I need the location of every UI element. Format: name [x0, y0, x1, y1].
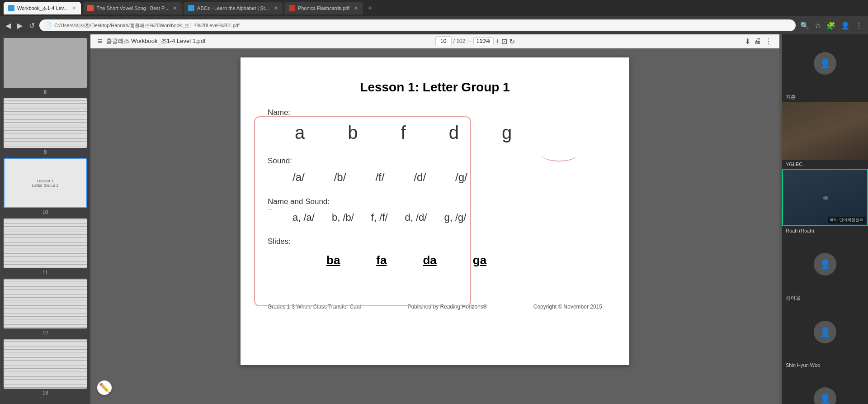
- slide-fa: fa: [376, 253, 387, 267]
- video-panel: 👤 지훈 YGLEC 📹 국제 언어체험센터 Roah (R: [782, 34, 868, 404]
- lesson-title: Lesson 1: Letter Group 1: [268, 80, 602, 95]
- roah-watermark: 국제 언어체험센터: [828, 217, 865, 223]
- address-bar-row: ◀ ▶ ↺ 📄 C:/Users/이재환/Desktop/Hannah/홈클래스…: [0, 16, 868, 34]
- thumb-9[interactable]: 9: [4, 98, 87, 155]
- pdf-zoom-in-btn[interactable]: +: [495, 37, 500, 45]
- participant-jidan: 👤 지단: [782, 370, 868, 404]
- pdf-hamburger-icon[interactable]: ≡: [98, 37, 103, 46]
- pdf-toolbar: ≡ 홈클래스 Workbook_조1-4 Level 1.pdf / 102 −…: [90, 34, 779, 48]
- pdf-fit-page-btn[interactable]: ⊡: [501, 37, 507, 46]
- name-label-yglec: YGLEC: [782, 160, 868, 169]
- video-person-roah: 📹: [822, 195, 828, 200]
- sound-a: /a/: [292, 171, 305, 184]
- pdf-viewer-layout: 8 9 Lesson 1Letter Group 1 10 11 12 13: [0, 34, 868, 404]
- sound-section: Sound: /a/ /b/ /f/ /d/ /g/: [268, 157, 602, 184]
- thumb-label-8: 8: [4, 89, 87, 95]
- participant-yglec: YGLEC: [782, 102, 868, 169]
- tab-3[interactable]: ABCs - Learn the Alphabet | St... ✕: [184, 2, 283, 14]
- thumb-12[interactable]: 12: [4, 279, 87, 335]
- name-sound-label: Name and Sound:: [268, 197, 602, 206]
- name-label-jihun: 지훈: [782, 92, 868, 102]
- tab-label-4: Phonics Flashcards.pdf: [298, 5, 349, 11]
- pdf-print-btn[interactable]: 🖨: [754, 37, 761, 45]
- video-slot-yglec: [782, 102, 868, 160]
- pencil-tool[interactable]: ✏️: [97, 380, 112, 395]
- avatar-shin: 👤: [814, 321, 836, 343]
- slides-content: ba fa da ga: [268, 253, 602, 267]
- site-icon: 📄: [45, 22, 52, 29]
- avatar-kimaaul: 👤: [814, 253, 836, 276]
- pdf-content-area: → Lesson 1: Letter Group 1 Name: a b f d…: [90, 48, 779, 404]
- thumb-label-10: 10: [4, 209, 87, 215]
- pdf-zoom-out-btn[interactable]: −: [467, 37, 471, 45]
- tab-favicon-1: [8, 5, 14, 11]
- video-slot-roah: 📹 국제 언어체험센터: [782, 169, 868, 226]
- reload-button[interactable]: ↺: [27, 21, 37, 30]
- thumb-11[interactable]: 11: [4, 219, 87, 275]
- tab-label-1: Workbook_조1-4 Lev...: [17, 5, 67, 12]
- name-sound-section: Name and Sound: a, /a/ b, /b/ f, /f/ d, …: [268, 197, 602, 223]
- tab-2[interactable]: The Short Vowel Song | Best P... ✕: [83, 2, 182, 14]
- letters-row: a b f d g: [268, 123, 602, 143]
- sound-label: Sound:: [268, 157, 602, 166]
- thumb-img-12: [4, 279, 87, 328]
- tab-close-3[interactable]: ✕: [274, 5, 278, 11]
- zoom-in-icon[interactable]: 🔍: [798, 20, 811, 31]
- menu-icon[interactable]: ⋮: [854, 20, 864, 31]
- name-sound-f: f, /f/: [371, 212, 388, 223]
- tab-close-2[interactable]: ✕: [173, 5, 177, 11]
- name-label: Name:: [268, 108, 602, 117]
- tab-close-4[interactable]: ✕: [354, 5, 359, 11]
- name-label-kimaaul: 김아울: [782, 293, 868, 303]
- slide-ba: ba: [326, 253, 340, 267]
- avatar-jihun: 👤: [814, 52, 836, 75]
- back-button[interactable]: ◀: [4, 21, 13, 30]
- pdf-zoom-value: 110%: [473, 37, 494, 45]
- new-tab-button[interactable]: +: [365, 4, 375, 13]
- thumb-img-10: Lesson 1Letter Group 1: [4, 158, 87, 208]
- video-content-yglec: [782, 102, 868, 160]
- profile-icon[interactable]: 👤: [839, 20, 852, 31]
- tab-label-3: ABCs - Learn the Alphabet | St...: [197, 5, 269, 11]
- participant-kimaaul: 👤 김아울: [782, 235, 868, 303]
- video-slot-jihun: 👤: [782, 34, 868, 92]
- pdf-more-btn[interactable]: ⋮: [765, 37, 772, 46]
- tab-1[interactable]: Workbook_조1-4 Lev... ✕: [4, 2, 81, 14]
- letter-g: g: [502, 123, 512, 143]
- letter-d: d: [449, 123, 459, 143]
- footer-right: Copyright © November 2015: [533, 304, 602, 310]
- thumb-img-11: [4, 219, 87, 268]
- thumb-img-9: [4, 98, 87, 148]
- tab-4[interactable]: Phonics Flashcards.pdf ✕: [284, 2, 363, 14]
- name-sound-a: a, /a/: [292, 212, 315, 223]
- footer-left: Grades 1-3 Whole Class Transfer Card: [268, 304, 361, 310]
- extensions-icon[interactable]: 🧩: [825, 20, 837, 31]
- name-sounds-row: a, /a/ b, /b/ f, /f/ d, /d/ g, /g/: [268, 212, 602, 223]
- sounds-row: /a/ /b/ /f/ /d/ /g/: [268, 171, 602, 184]
- thumb-10[interactable]: Lesson 1Letter Group 1 10: [4, 158, 87, 215]
- sound-f: /f/: [375, 171, 384, 184]
- slide-ga: ga: [473, 253, 486, 267]
- name-label-shin-hyun-woo: Shin Hyun Woo: [782, 361, 868, 370]
- address-bar[interactable]: 📄 C:/Users/이재환/Desktop/Hannah/홈클래스%20Wor…: [39, 19, 796, 31]
- thumb-img-8: [4, 38, 87, 88]
- pdf-title: 홈클래스 Workbook_조1-4 Level 1.pdf: [106, 37, 206, 45]
- slide-da: da: [423, 253, 436, 267]
- bookmark-icon[interactable]: ☆: [813, 20, 823, 31]
- thumb-label-11: 11: [4, 270, 87, 275]
- tab-favicon-3: [188, 5, 194, 11]
- pdf-rotate-btn[interactable]: ↻: [509, 37, 515, 46]
- tab-label-2: The Short Vowel Song | Best P...: [96, 5, 168, 11]
- thumb-img-13: [4, 339, 87, 389]
- pdf-page: → Lesson 1: Letter Group 1 Name: a b f d…: [241, 57, 629, 365]
- forward-button[interactable]: ▶: [15, 21, 24, 30]
- letter-a: a: [295, 123, 305, 143]
- thumb-8[interactable]: 8: [4, 38, 87, 95]
- letter-b: b: [348, 123, 358, 143]
- sound-g: /g/: [455, 171, 467, 184]
- pdf-download-btn[interactable]: ⬇: [745, 37, 750, 46]
- thumb-13[interactable]: 13: [4, 339, 87, 395]
- tab-close-1[interactable]: ✕: [72, 5, 76, 11]
- pdf-page-input[interactable]: [435, 36, 452, 46]
- name-label-roah: Roah (Roah): [782, 226, 868, 235]
